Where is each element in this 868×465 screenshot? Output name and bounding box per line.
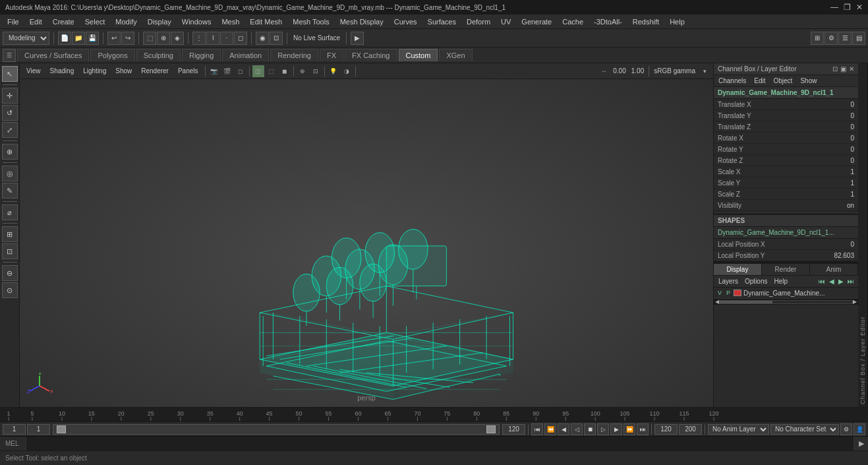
- tab-custom[interactable]: Custom: [399, 49, 438, 61]
- iso-select-btn[interactable]: ⊡: [270, 32, 283, 45]
- next-btn[interactable]: ▶: [837, 277, 845, 286]
- menubar-item-curves[interactable]: Curves: [390, 16, 422, 27]
- cb-scroll-right-btn[interactable]: ▶: [853, 299, 857, 305]
- anim-options-btn[interactable]: ⚙: [840, 423, 852, 435]
- shading-menu[interactable]: Shading: [46, 66, 78, 76]
- channel-row[interactable]: Rotate Y0: [714, 144, 858, 155]
- command-input[interactable]: [26, 437, 854, 450]
- viewport[interactable]: View Shading Lighting Show Renderer Pane…: [20, 63, 713, 407]
- shaded-btn[interactable]: ◼: [279, 65, 291, 77]
- menubar-item-edit[interactable]: Edit: [25, 16, 47, 27]
- bend-btn[interactable]: ⊙: [2, 282, 18, 298]
- play-fwd-btn[interactable]: ▷: [597, 423, 609, 435]
- select-comp-btn[interactable]: ◈: [171, 32, 184, 45]
- char-options-btn[interactable]: 👤: [854, 423, 865, 435]
- film-btn[interactable]: 🎬: [221, 65, 233, 77]
- snap-point-btn[interactable]: ·: [220, 32, 233, 45]
- menubar-item-create[interactable]: Create: [48, 16, 79, 27]
- renderer-menu[interactable]: Renderer: [137, 66, 173, 76]
- end-frame-input[interactable]: [502, 424, 525, 435]
- character-set-select[interactable]: No Character Set: [770, 424, 839, 435]
- channel-row[interactable]: Translate X0: [714, 99, 858, 110]
- next-key-btn[interactable]: ▶: [610, 423, 622, 435]
- snap-together-btn[interactable]: ⊡: [2, 243, 18, 259]
- menubar-item-mesh-display[interactable]: Mesh Display: [335, 16, 388, 27]
- render-tab[interactable]: Render: [762, 264, 810, 275]
- cb-float-btn[interactable]: ⊡: [832, 65, 838, 73]
- edit-menu[interactable]: Edit: [752, 77, 767, 85]
- universal-tool-btn[interactable]: ⊕: [2, 144, 18, 160]
- channel-row[interactable]: Translate Z0: [714, 121, 858, 133]
- next-next-btn[interactable]: ⏭: [846, 277, 855, 286]
- menubar-item-mesh[interactable]: Mesh: [217, 16, 244, 27]
- select-hier-btn[interactable]: ⊕: [157, 32, 170, 45]
- channel-row[interactable]: Rotate X0: [714, 133, 858, 144]
- lasso-btn[interactable]: ⌀: [2, 204, 18, 220]
- tab-rendering[interactable]: Rendering: [270, 49, 318, 61]
- menubar-item-generate[interactable]: Generate: [517, 16, 556, 27]
- layer-playback-btn[interactable]: P: [725, 289, 732, 297]
- transform-btn[interactable]: ↔: [598, 65, 610, 77]
- select-tool-btn[interactable]: ↖: [2, 66, 18, 82]
- menubar-item--3dtoall-[interactable]: -3DtoAll-: [589, 16, 627, 27]
- camera-btn[interactable]: 📷: [208, 65, 220, 77]
- redo-btn[interactable]: ↪: [121, 32, 134, 45]
- layer-color-swatch[interactable]: [734, 290, 741, 296]
- play-back-btn[interactable]: ◁: [571, 423, 583, 435]
- tab-xgen[interactable]: XGen: [439, 49, 472, 61]
- new-file-btn[interactable]: 📄: [58, 32, 71, 45]
- timeline-ruler[interactable]: 1510152025303540455055606570758085909510…: [0, 407, 868, 421]
- tab-polygons[interactable]: Polygons: [90, 49, 134, 61]
- settings-btn[interactable]: ⚙: [825, 32, 838, 45]
- playback-slider[interactable]: [53, 424, 500, 435]
- grid-btn[interactable]: ⊞: [811, 32, 824, 45]
- tabs-menu-icon[interactable]: ☰: [3, 49, 16, 62]
- cb-scrollbar[interactable]: ◀ ▶: [714, 298, 858, 305]
- slider-thumb[interactable]: [57, 425, 66, 433]
- iso-btn[interactable]: ⊡: [310, 65, 322, 77]
- prev-frame-btn[interactable]: ⏪: [544, 423, 556, 435]
- snap-view-btn[interactable]: ◻: [234, 32, 247, 45]
- show-menu-cb[interactable]: Show: [798, 77, 819, 85]
- show-all-btn[interactable]: ⊕: [297, 65, 308, 77]
- goto-end-btn[interactable]: ⏭: [637, 423, 649, 435]
- wireframe-btn[interactable]: ⬚: [266, 65, 277, 77]
- start-frame-input[interactable]: [3, 424, 26, 435]
- channel-row[interactable]: Rotate Z0: [714, 155, 858, 166]
- snap-grid-btn[interactable]: ⋮: [192, 32, 206, 45]
- menubar-item-deform[interactable]: Deform: [462, 16, 495, 27]
- snap-curve-btn[interactable]: ⌇: [206, 32, 219, 45]
- menubar-item-windows[interactable]: Windows: [177, 16, 216, 27]
- menubar-item-help[interactable]: Help: [665, 16, 689, 27]
- channel-row[interactable]: Translate Y0: [714, 110, 858, 121]
- soft-mod-btn[interactable]: ◎: [2, 166, 18, 181]
- panels-menu[interactable]: Panels: [174, 66, 202, 76]
- channels-menu[interactable]: Channels: [716, 77, 748, 85]
- menubar-item-display[interactable]: Display: [143, 16, 176, 27]
- layout-btn[interactable]: ☰: [838, 32, 852, 45]
- channel-row[interactable]: Scale X1: [714, 166, 858, 177]
- lights-btn[interactable]: 💡: [328, 65, 339, 77]
- menubar-item-select[interactable]: Select: [80, 16, 110, 27]
- undo-btn[interactable]: ↩: [107, 32, 121, 45]
- show-hide-btn[interactable]: ◉: [256, 32, 269, 45]
- scale-tool-btn[interactable]: ⤢: [2, 122, 18, 138]
- anim-layer-select[interactable]: No Anim Layer: [708, 424, 769, 435]
- menubar-item-file[interactable]: File: [3, 16, 24, 27]
- tab-rigging[interactable]: Rigging: [182, 49, 221, 61]
- show-menu[interactable]: Show: [111, 66, 136, 76]
- cb-resize-btn[interactable]: ▣: [840, 65, 846, 73]
- prev-btn[interactable]: ◀: [828, 277, 836, 286]
- cmd-run-btn[interactable]: ▶: [854, 437, 868, 451]
- menubar-item-modify[interactable]: Modify: [111, 16, 141, 27]
- range-end-input[interactable]: [679, 424, 702, 435]
- close-button[interactable]: ✕: [856, 3, 863, 12]
- cb-close-btn[interactable]: ✕: [849, 65, 854, 73]
- channel-row[interactable]: Scale Y1: [714, 177, 858, 189]
- channel-row[interactable]: Scale Z1: [714, 189, 858, 200]
- local-pos-row[interactable]: Local Position X0: [714, 239, 858, 250]
- render-btn[interactable]: ▶: [351, 32, 364, 45]
- menubar-item-cache[interactable]: Cache: [558, 16, 588, 27]
- sculpt-btn[interactable]: ✎: [2, 183, 18, 199]
- clipping-btn[interactable]: ◻: [235, 65, 246, 77]
